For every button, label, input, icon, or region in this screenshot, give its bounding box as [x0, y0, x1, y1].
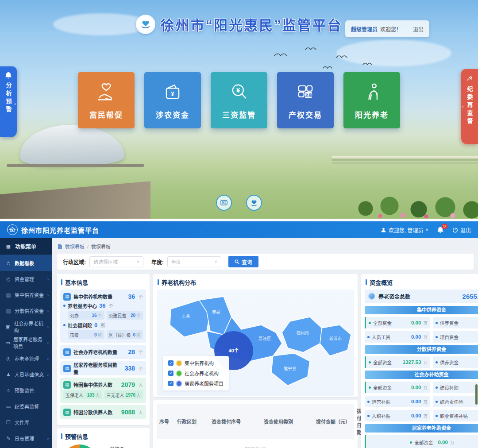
- region-select[interactable]: 请选择区域∨: [89, 256, 143, 267]
- sidebar-item-social-eldercare-orgs[interactable]: ▣社会办养老机构›: [0, 319, 52, 335]
- breadcrumb-root[interactable]: 数据看板: [65, 243, 85, 250]
- svg-text:交易: 交易: [305, 93, 312, 97]
- logout-button[interactable]: 退出: [452, 226, 471, 234]
- discipline-supervision-tab[interactable]: ☭ 纪委再监督 ‹: [461, 69, 478, 144]
- checkbox-checked[interactable]: ✓: [168, 381, 173, 386]
- checkbox-checked[interactable]: ✓: [168, 360, 173, 366]
- col-header: 序号: [157, 404, 174, 439]
- dot-icon: [436, 361, 438, 363]
- doc-icon: ▤: [63, 365, 71, 372]
- boardwalk: [0, 181, 150, 219]
- welcome-text: 欢迎您！: [380, 25, 401, 33]
- fund-cell: 全部资金0.00万: [365, 382, 430, 393]
- hero-user-box: 超级管理员 欢迎您！ 退出: [345, 20, 429, 37]
- chevron-down-icon: ∨: [214, 259, 217, 264]
- grid-icon: ▦: [5, 243, 12, 249]
- analysis-warning-tab[interactable]: 分析预警 ›: [0, 66, 17, 137]
- hero-tiles: 富民帮促 ¥ 涉农资金 ¥ 三资监管 交易 产权交易: [0, 72, 478, 128]
- hero-banner: 徐州市“阳光惠民”监管平台 超级管理员 欢迎您！ 退出 富民帮促 ¥ 涉农资金 …: [0, 0, 478, 219]
- col-header: 资金使用类别: [261, 404, 313, 439]
- col-header: 拨付金额（元）: [313, 404, 354, 439]
- section-header-decentralized: 分散供养资金: [365, 345, 478, 354]
- trade-blocks-icon: 交易: [294, 81, 317, 104]
- stat-chip: 五保老人103人: [63, 390, 102, 399]
- tab-label: 纪委再监督: [466, 86, 474, 126]
- alert-icon: ⚠: [5, 388, 12, 394]
- sidebar-item-log-mgmt[interactable]: ✎日志管理›: [0, 430, 52, 446]
- sidebar-item-warning-supervision[interactable]: ⚠预警监管: [0, 382, 52, 398]
- dot-icon: [367, 336, 370, 338]
- total-funds-row: 养老资金总数 2655.06 万: [365, 290, 478, 303]
- tile-label: 涉农资金: [156, 109, 189, 120]
- care-service-button[interactable]: [246, 195, 262, 211]
- xuzhou-map[interactable]: 丰县 沛县 贾汪区 邳州市 新沂市 睢宁县 40个 ✓: [157, 290, 354, 396]
- legend-centralized-orgs: ✓ 集中供养机构: [168, 359, 224, 367]
- sidebar-item-fund-mgmt[interactable]: ◎资金管理›: [0, 271, 52, 287]
- legend-home-projects: ✓ 居家养老服务项目: [168, 380, 224, 387]
- user-menu[interactable]: 欢迎您, 管理员 ∨: [381, 226, 428, 234]
- dot-icon: [63, 305, 66, 307]
- stat-chip: 三无老人1976人: [104, 390, 143, 399]
- stat-card-centralized-persons: ▤ 特困集中供养人数 2079 人 五保老人103人 三无老人1976人: [60, 378, 146, 403]
- dot-icon: [436, 401, 438, 403]
- notifications-button[interactable]: 0: [437, 227, 443, 233]
- section-header-home-subsidy: 居家养老补助资金: [365, 424, 478, 433]
- dot-icon: [369, 322, 371, 324]
- svg-text:睢宁县: 睢宁县: [284, 366, 297, 371]
- sidebar-item-discipline-supervision[interactable]: ▭纪委再监督: [0, 398, 52, 414]
- dashboard-logo-icon: [7, 224, 18, 235]
- section-header-centralized: 集中供养资金: [365, 306, 478, 314]
- chevron-right-icon: ›: [47, 293, 49, 297]
- certificate-button[interactable]: [216, 195, 232, 211]
- tile-agriculture-funds[interactable]: ¥ 涉农资金: [144, 72, 201, 128]
- tile-sunshine-eldercare[interactable]: 阳光养老: [343, 72, 400, 128]
- dashboard-header: 徐州市阳光养老监管平台 欢迎您, 管理员 ∨ 0 退出: [0, 221, 478, 238]
- person-icon: ♟: [5, 372, 12, 378]
- coins-icon: ◎: [5, 356, 12, 362]
- hero-circle-buttons: [216, 195, 262, 211]
- chevron-right-icon: ›: [47, 436, 49, 441]
- coins-icon: ◎: [5, 276, 12, 282]
- sidebar-item-personnel-info[interactable]: ♟人员基础信息›: [0, 367, 52, 382]
- sidebar-item-dashboard[interactable]: ☆数据看板: [0, 255, 52, 271]
- museum-building: [19, 123, 124, 167]
- tile-enrich-people[interactable]: 富民帮促: [78, 72, 135, 128]
- doc-icon: ▤: [63, 348, 71, 356]
- hero-logout-button[interactable]: 退出: [413, 25, 424, 33]
- platform-logo-icon: [136, 15, 155, 34]
- query-button[interactable]: 查询: [228, 256, 258, 267]
- legend-dot-icon: [177, 361, 181, 366]
- welcome-user-text: 欢迎您, 管理员: [389, 226, 424, 234]
- party-emblem-icon: ☭: [466, 74, 472, 82]
- year-select[interactable]: 年度∨: [167, 256, 221, 267]
- sidebar-item-decentralized-funds[interactable]: ▤分散供养资金›: [0, 303, 52, 319]
- stat-chip: 公办16个: [68, 311, 104, 320]
- doc-icon: ▤: [63, 293, 71, 301]
- tile-three-assets[interactable]: ¥ 三资监管: [211, 72, 267, 128]
- fund-cell: 综合责任险0.00万: [433, 396, 478, 407]
- sidebar-item-system-mgmt[interactable]: ⚙系统管理›: [0, 446, 52, 448]
- target-icon: [368, 293, 375, 300]
- stat-card-centralized-orgs: ▤ 集中供养机构数量 36 个 养老服务中心 36 个 公办16个 公建民营20…: [60, 290, 146, 343]
- power-icon: [452, 227, 458, 233]
- sidebar-item-pension-mgmt[interactable]: ◎养老金管理›: [0, 351, 52, 367]
- flowers: [363, 212, 478, 219]
- sidebar-item-file-library[interactable]: ❐文件库: [0, 414, 52, 430]
- elder-person-icon: [360, 81, 383, 104]
- chevron-down-icon: ∨: [425, 228, 428, 232]
- checkbox-checked[interactable]: ✓: [168, 371, 173, 376]
- chevron-right-icon: ›: [47, 340, 49, 345]
- fund-cell: 运营补贴0.00万: [365, 396, 430, 407]
- tile-property-trade[interactable]: 交易 产权交易: [277, 72, 334, 128]
- sidebar-item-home-care-projects[interactable]: ▭居家养老服务项目›: [0, 335, 52, 351]
- legend-dot-icon: [177, 371, 181, 376]
- scrollbar-thumb[interactable]: [475, 384, 478, 405]
- dot-icon: [436, 415, 438, 417]
- user-icon: [381, 227, 386, 233]
- dot-icon: [367, 415, 370, 417]
- logout-label: 退出: [460, 226, 471, 234]
- folder-icon: ▤: [5, 308, 12, 314]
- chevron-down-icon: ∨: [136, 259, 139, 264]
- warning-info-panel: 预警信息 预警总数 0 条 已处理 0 条: [57, 428, 150, 448]
- sidebar-item-centralized-funds[interactable]: ▤集中供养资金›: [0, 287, 52, 303]
